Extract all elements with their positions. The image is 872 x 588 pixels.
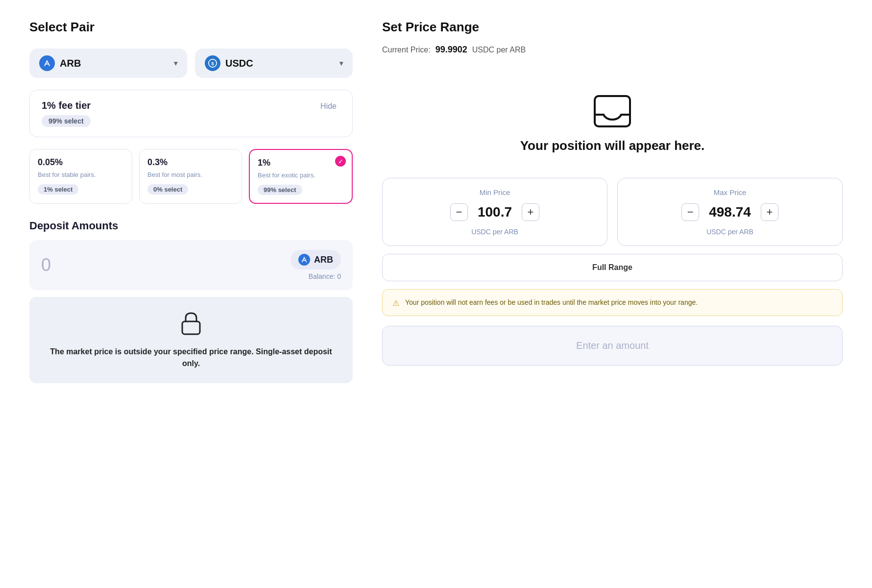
warning-box: ⚠ Your position will not earn fees or be… <box>382 289 843 316</box>
max-price-value-row: − 498.74 + <box>681 203 778 221</box>
token-b-name: USDC <box>225 58 253 69</box>
current-price-row: Current Price: 99.9902 USDC per ARB <box>382 45 843 55</box>
fee-option-03[interactable]: 0.3% Best for most pairs. 0% select <box>139 149 242 204</box>
max-price-unit: USDC per ARB <box>706 228 753 236</box>
fee-option-005-badge: 1% select <box>38 184 78 195</box>
full-range-button[interactable]: Full Range <box>382 254 843 281</box>
price-range-row: Min Price − 100.7 + USDC per ARB Max Pri… <box>382 178 843 246</box>
usdc-icon: $ <box>205 55 220 71</box>
fee-tier-badge: 99% select <box>42 115 91 127</box>
deposit-arb-icon <box>298 254 310 266</box>
max-price-increment-button[interactable]: + <box>761 203 778 221</box>
position-placeholder-text: Your position will appear here. <box>520 138 705 153</box>
deposit-amount-value: 0 <box>41 255 51 275</box>
current-price-value: 99.9902 <box>436 45 467 55</box>
fee-options: 0.05% Best for stable pairs. 1% select 0… <box>29 149 353 204</box>
lock-icon <box>180 311 202 339</box>
current-price-unit: USDC per ARB <box>472 46 526 54</box>
token-selectors: ARB ▾ $ USDC ▾ <box>29 49 353 78</box>
token-a-name: ARB <box>60 58 81 69</box>
svg-point-4 <box>298 254 310 266</box>
market-price-warning: The market price is outside your specifi… <box>29 297 353 383</box>
deposit-token-label: ARB <box>291 250 341 270</box>
fee-option-1-badge: 99% select <box>258 185 302 195</box>
min-price-unit: USDC per ARB <box>471 228 518 236</box>
fee-option-1-desc: Best for exotic pairs. <box>258 171 344 180</box>
max-price-value: 498.74 <box>709 204 751 220</box>
svg-text:$: $ <box>211 61 214 66</box>
fee-option-03-pct: 0.3% <box>147 157 234 168</box>
deposit-token-name: ARB <box>314 255 333 265</box>
fee-tier-info: 1% fee tier 99% select <box>42 100 91 127</box>
max-price-card: Max Price − 498.74 + USDC per ARB <box>617 178 843 246</box>
deposit-amounts-title: Deposit Amounts <box>29 220 353 232</box>
fee-option-1[interactable]: ✓ 1% Best for exotic pairs. 99% select <box>249 149 353 204</box>
max-price-label: Max Price <box>714 188 747 196</box>
fee-option-03-desc: Best for most pairs. <box>147 171 234 179</box>
set-price-range-title: Set Price Range <box>382 20 843 35</box>
hide-button[interactable]: Hide <box>316 100 340 113</box>
min-price-label: Min Price <box>480 188 510 196</box>
token-a-chevron-icon: ▾ <box>174 59 177 67</box>
deposit-balance: Balance: 0 <box>309 272 341 280</box>
min-price-card: Min Price − 100.7 + USDC per ARB <box>382 178 607 246</box>
token-b-selector[interactable]: $ USDC ▾ <box>195 49 353 78</box>
min-price-value: 100.7 <box>478 204 512 220</box>
right-panel: Set Price Range Current Price: 99.9902 U… <box>382 20 843 568</box>
token-a-selector[interactable]: ARB ▾ <box>29 49 187 78</box>
deposit-token-info: ARB Balance: 0 <box>291 250 341 280</box>
warning-triangle-icon: ⚠ <box>392 298 399 308</box>
max-price-decrement-button[interactable]: − <box>681 203 699 221</box>
token-b-chevron-icon: ▾ <box>339 59 343 67</box>
enter-amount-button[interactable]: Enter an amount <box>382 326 843 366</box>
min-price-increment-button[interactable]: + <box>522 203 539 221</box>
min-price-value-row: − 100.7 + <box>450 203 539 221</box>
fee-option-005-pct: 0.05% <box>38 157 124 168</box>
select-pair-title: Select Pair <box>29 20 353 35</box>
fee-option-005-desc: Best for stable pairs. <box>38 171 124 179</box>
min-price-decrement-button[interactable]: − <box>450 203 468 221</box>
left-panel: Select Pair ARB ▾ $ USDC ▾ <box>29 20 353 568</box>
arb-icon <box>39 55 55 71</box>
fee-option-1-pct: 1% <box>258 158 344 168</box>
current-price-label: Current Price: <box>382 46 431 54</box>
selected-check-icon: ✓ <box>335 156 346 167</box>
svg-rect-5 <box>182 321 200 334</box>
warning-text: Your position will not earn fees or be u… <box>405 297 698 308</box>
fee-tier-title: 1% fee tier <box>42 100 91 111</box>
fee-option-03-badge: 0% select <box>147 184 188 195</box>
svg-point-0 <box>41 57 53 70</box>
svg-rect-6 <box>595 96 630 126</box>
inbox-icon <box>593 94 632 128</box>
deposit-input-row[interactable]: 0 ARB Balance: 0 <box>29 240 353 290</box>
market-price-text: The market price is outside your specifi… <box>41 346 341 369</box>
fee-option-005[interactable]: 0.05% Best for stable pairs. 1% select <box>29 149 132 204</box>
fee-tier-card: 1% fee tier 99% select Hide <box>29 90 353 137</box>
position-placeholder: Your position will appear here. <box>382 74 843 178</box>
